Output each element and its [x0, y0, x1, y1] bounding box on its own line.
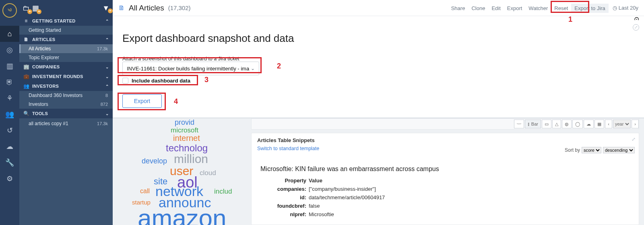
sidebar-item-count: 17.3k	[97, 121, 108, 126]
cloud-icon[interactable]: ☁	[584, 120, 594, 128]
jira-ticket-select[interactable]: INVE-11661: Docker builds failing interm…	[122, 62, 259, 75]
sidebar-item[interactable]: Topic Explorer	[19, 53, 113, 62]
header-action-edit[interactable]: Edit	[488, 4, 504, 13]
header-action-share[interactable]: Share	[448, 4, 469, 13]
nav-rail: ༄ ⌂◎▥⛨⚘👥↺☁🔧⚙	[0, 0, 19, 225]
header-action-reset[interactable]: Reset	[551, 4, 571, 13]
gear-icon[interactable]: ⚙	[0, 171, 19, 187]
chevron-icon: ⌄	[105, 65, 109, 69]
filter-icon[interactable]: ▼+	[102, 4, 109, 12]
wordcloud-term[interactable]: includ	[214, 188, 232, 196]
sidebar-item-label: all articles copy #1	[29, 121, 97, 126]
chart-prev-icon[interactable]: ‹	[605, 120, 612, 128]
sidebar-item[interactable]: Getting Started	[19, 26, 113, 35]
switch-template-link[interactable]: Switch to standard template	[257, 146, 319, 151]
prop-value: data/techmeme/article/00604917	[309, 194, 385, 200]
prop-key: foundcbref:	[260, 203, 309, 209]
wordcloud-term[interactable]: microsoft	[171, 126, 198, 134]
compass-icon[interactable]: ◎	[0, 42, 19, 58]
cloud-icon[interactable]: ☁	[0, 138, 19, 155]
sidebar-item[interactable]: Investors872	[19, 100, 113, 109]
header-action-export-to-jira[interactable]: Export to Jira	[571, 4, 609, 13]
sidebar-item-label: Investors	[29, 101, 101, 107]
shield-icon[interactable]: ⛨	[0, 74, 19, 90]
clock-icon: ◷	[613, 5, 617, 11]
group-icon: 🔍	[23, 111, 29, 116]
wordcloud-panel: providmicrosoftinternettechnologdevelopm…	[118, 118, 246, 225]
expand-icon[interactable]: ⤢	[632, 136, 636, 142]
article-title: Microsoftie: KIN failure was an embarras…	[260, 165, 630, 173]
header-action-watcher[interactable]: Watcher	[525, 4, 551, 13]
export-label: Attach a screenshot of this dashboard to…	[122, 56, 634, 62]
group-icon: 👥	[23, 83, 29, 89]
line-icon[interactable]: 〰	[514, 120, 524, 128]
wordcloud-term[interactable]: call	[140, 188, 150, 195]
seed-icon[interactable]: ⚘	[0, 90, 19, 106]
bar-icon[interactable]: ⫿ Bar	[525, 120, 541, 128]
chart-next-icon[interactable]: ›	[632, 120, 639, 128]
sidebar-group-investment-rounds[interactable]: 💼INVESTMENT ROUNDS⌄	[19, 72, 113, 81]
prop-value: ["company/business-insider"]	[309, 186, 376, 192]
page-count: (17,302)	[168, 4, 191, 11]
time-range[interactable]: ◷ Last 20y	[613, 5, 638, 11]
area-icon[interactable]: ▭	[542, 120, 551, 128]
sidebar-group-articles[interactable]: 🗎ARTICLES⌃	[19, 35, 113, 44]
home-icon[interactable]: ⌂	[0, 26, 19, 42]
prop-key: nlpref:	[260, 211, 309, 217]
table-icon[interactable]: ▦	[594, 120, 604, 128]
sidebar-item-count: 872	[101, 102, 108, 107]
sidebar-item-label: Getting Started	[29, 27, 108, 33]
chevron-icon: ⌃	[105, 19, 109, 23]
chart-period-select[interactable]: year	[613, 120, 631, 128]
scatter-icon[interactable]: △	[552, 120, 561, 128]
donut-icon[interactable]: ◯	[572, 120, 583, 128]
sort-direction-select[interactable]: descending	[603, 147, 635, 153]
wordcloud-term[interactable]: internet	[173, 134, 200, 143]
wordcloud-term[interactable]: amazon	[138, 204, 227, 225]
sidebar-group-getting-started[interactable]: ≡GETTING STARTED⌃	[19, 16, 113, 26]
sidebar-group-tools[interactable]: 🔍TOOLS⌄	[19, 109, 113, 118]
wordcloud-term[interactable]: develop	[142, 157, 167, 165]
document-icon: 🗎	[118, 4, 125, 12]
pie-icon[interactable]: ◍	[562, 120, 572, 128]
chart-toolbar: 〰⫿ Bar▭△◍◯☁▦‹year›	[251, 118, 639, 130]
sidebar-loose-item[interactable]: all articles copy #1 17.3k	[19, 119, 113, 128]
wrench-icon[interactable]: 🔧	[0, 155, 19, 171]
sidebar-item[interactable]: All Articles17.3k	[19, 44, 113, 53]
article-card: Microsoftie: KIN failure was an embarras…	[257, 164, 633, 221]
users-icon[interactable]: 👥	[0, 106, 19, 122]
expand-icon[interactable]: ⤢	[633, 24, 639, 31]
main: 🗎 All Articles (17,302) ShareCloneEditEx…	[113, 0, 644, 225]
chevron-icon: ⌄	[105, 111, 109, 116]
sidebar-group-companies[interactable]: 🏢COMPANIES⌄	[19, 62, 113, 72]
page-title: All Articles	[129, 4, 164, 12]
include-data-checkbox[interactable]: Include dashboard data	[122, 78, 634, 84]
group-icon: 🗎	[23, 37, 29, 42]
header-action-clone[interactable]: Clone	[468, 4, 488, 13]
export-button[interactable]: Export	[122, 94, 162, 108]
header-action-export[interactable]: Export	[504, 4, 526, 13]
folder-add-icon[interactable]: 🗀+	[23, 4, 30, 12]
history-icon[interactable]: ↺	[0, 122, 19, 138]
chart-icon[interactable]: ▥	[0, 58, 19, 74]
wordcloud-term[interactable]: cloud	[200, 169, 216, 177]
export-title: Export dashboard snapshot and data	[122, 32, 634, 45]
grid-add-icon[interactable]: ▦+	[32, 4, 39, 12]
panel-title: Articles Table Snippets	[257, 137, 633, 143]
sidebar-toolbar: 🗀+ ▦+ ▼+	[19, 0, 113, 16]
sidebar-item[interactable]: Dashboard 360 Investors8	[19, 91, 113, 100]
wordcloud-term[interactable]: provid	[175, 118, 194, 127]
prop-key: companies:	[260, 186, 309, 192]
sidebar-group-investors[interactable]: 👥INVESTORS⌃	[19, 81, 113, 91]
sidebar: 🗀+ ▦+ ▼+ ≡GETTING STARTED⌃Getting Starte…	[19, 0, 113, 225]
sidebar-item-label: All Articles	[29, 46, 97, 52]
select-value: INVE-11661: Docker builds failing interm…	[127, 66, 251, 72]
prop-key: id:	[260, 194, 309, 200]
prop-value: false	[309, 203, 320, 209]
sidebar-item-count: 17.3k	[97, 46, 108, 51]
group-icon: 🏢	[23, 64, 29, 70]
sidebar-item-label: Topic Explorer	[29, 55, 108, 60]
sidebar-item-label: Dashboard 360 Investors	[29, 93, 105, 98]
wordcloud-term[interactable]: million	[174, 152, 208, 166]
sort-field-select[interactable]: score	[582, 147, 601, 153]
